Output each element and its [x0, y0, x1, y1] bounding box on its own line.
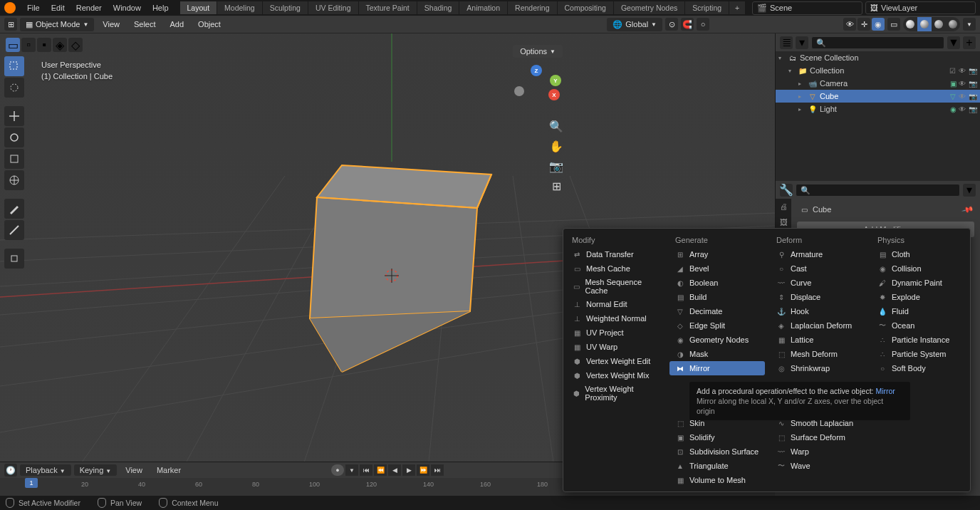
shading-wireframe[interactable]	[903, 17, 917, 31]
mod-vertex-weight-edit[interactable]: ⬢Vertex Weight Edit	[566, 354, 664, 368]
mod-fluid[interactable]: 💧Fluid	[872, 304, 967, 318]
visibility-icon[interactable]: 👁	[843, 18, 856, 31]
outliner-display-icon[interactable]: ▾	[796, 36, 808, 49]
mod-triangulate[interactable]: ▲Triangulate	[669, 459, 765, 473]
mod-normal-edit[interactable]: ⊥Normal Edit	[566, 297, 664, 311]
mod-shrinkwrap[interactable]: ◎Shrinkwrap	[771, 361, 866, 375]
workspace-tab-layout[interactable]: Layout	[180, 1, 218, 14]
pin-icon[interactable]: 📌	[961, 203, 975, 216]
mod-warp[interactable]: 〰Warp	[771, 444, 866, 459]
shading-material[interactable]	[932, 17, 946, 31]
disclosure-icon[interactable]: ▸	[798, 80, 807, 87]
current-frame-marker[interactable]: 1	[25, 478, 38, 488]
tool-transform[interactable]	[4, 170, 24, 190]
render-icon[interactable]: 📷	[969, 80, 977, 88]
mod-weighted-normal[interactable]: ⊥Weighted Normal	[566, 311, 664, 326]
eye-icon[interactable]: 👁	[959, 105, 966, 113]
tool-measure[interactable]	[4, 220, 24, 240]
mod-armature[interactable]: ⚲Armature	[771, 247, 866, 261]
mod-laplacian-deform[interactable]: ◈Laplacian Deform	[771, 318, 866, 333]
mod-lattice[interactable]: ▦Lattice	[771, 333, 866, 347]
mod-edge-split[interactable]: ◇Edge Split	[669, 318, 765, 333]
outliner-row-camera[interactable]: ▸ 📹 Camera ▣ 👁📷	[776, 77, 980, 90]
mod-vertex-weight-mix[interactable]: ⬢Vertex Weight Mix	[566, 368, 664, 382]
select-extend-icon[interactable]: ▫	[21, 38, 36, 52]
mod-uv-project[interactable]: ▦UV Project	[566, 326, 664, 340]
mod-mesh-seq-cache[interactable]: ▭Mesh Sequence Cache	[566, 276, 664, 297]
workspace-tab-sculpting[interactable]: Sculpting	[263, 1, 308, 14]
disclosure-icon[interactable]: ▾	[778, 55, 787, 61]
select-box-icon[interactable]: ▭	[6, 38, 20, 52]
mod-soft-body[interactable]: ○Soft Body	[872, 361, 967, 375]
outliner-new-collection-icon[interactable]: +	[963, 36, 976, 49]
pivot-icon[interactable]: ⊙	[665, 18, 678, 31]
xray-icon[interactable]: ▭	[887, 18, 900, 31]
timeline-editor-icon[interactable]: 🕐	[4, 464, 17, 477]
tool-move[interactable]	[4, 106, 24, 126]
tool-annotate[interactable]	[4, 199, 24, 219]
gizmo-x-axis[interactable]: X	[548, 89, 560, 100]
gizmo-icon[interactable]: ✛	[858, 18, 870, 31]
mod-explode[interactable]: ✸Explode	[872, 290, 967, 304]
select-invert-icon[interactable]: ◇	[68, 38, 83, 52]
mod-ocean[interactable]: 〜Ocean	[872, 318, 967, 333]
tool-scale[interactable]	[4, 149, 24, 169]
mod-particle-system[interactable]: ∴Particle System	[872, 347, 967, 361]
tool-cursor[interactable]	[4, 78, 24, 98]
viewport-menu-view[interactable]: View	[97, 20, 125, 28]
mod-dynamic-paint[interactable]: 🖌Dynamic Paint	[872, 276, 967, 290]
workspace-tab-uvediting[interactable]: UV Editing	[308, 1, 359, 14]
properties-editor-icon[interactable]: 🔧	[780, 184, 793, 197]
disclosure-icon[interactable]: ▸	[798, 106, 807, 113]
mod-data-transfer[interactable]: ⇄Data Transfer	[566, 247, 664, 261]
play-reverse-icon[interactable]: ◀	[388, 464, 401, 476]
nav-ortho-icon[interactable]: ⊞	[548, 177, 565, 194]
mod-bevel[interactable]: ◢Bevel	[669, 261, 765, 276]
menu-edit[interactable]: Edit	[46, 4, 71, 12]
mod-mask[interactable]: ◑Mask	[669, 347, 765, 361]
tool-select-box[interactable]	[4, 56, 24, 76]
tool-rotate[interactable]	[4, 128, 24, 147]
eye-icon[interactable]: 👁	[959, 80, 966, 88]
workspace-tab-compositing[interactable]: Compositing	[558, 1, 614, 14]
mod-hook[interactable]: ⚓Hook	[771, 304, 866, 318]
gizmo-y-axis[interactable]: Y	[550, 75, 561, 86]
play-icon[interactable]: ▶	[402, 464, 415, 476]
gizmo-z-axis[interactable]: Z	[531, 65, 542, 76]
outliner-search-input[interactable]	[811, 36, 944, 49]
jump-start-icon[interactable]: ⏮	[360, 464, 372, 476]
scene-field[interactable]: 🎬 Scene	[752, 1, 862, 15]
workspace-tab-scripting[interactable]: Scripting	[685, 1, 729, 14]
mode-dropdown[interactable]: ▦ Object Mode ▼	[20, 18, 94, 31]
properties-options-icon[interactable]: ▾	[963, 184, 976, 197]
jump-end-icon[interactable]: ⏭	[431, 464, 444, 476]
render-icon[interactable]: 📷	[969, 93, 977, 100]
overlay-icon[interactable]: ◉	[872, 18, 885, 31]
cube-object[interactable]	[142, 90, 499, 411]
viewport-menu-object[interactable]: Object	[192, 20, 226, 28]
shading-rendered[interactable]	[946, 17, 960, 31]
viewport-menu-add[interactable]: Add	[165, 20, 190, 28]
snap-icon[interactable]: 🧲	[681, 18, 694, 31]
timeline-marker-menu[interactable]: Marker	[151, 466, 187, 474]
mod-displace[interactable]: ⇕Displace	[771, 290, 866, 304]
proportional-icon[interactable]: ○	[697, 18, 709, 31]
prop-tab-render[interactable]: 🖨	[776, 199, 791, 214]
mod-solidify[interactable]: ▣Solidify	[669, 430, 765, 444]
viewlayer-field[interactable]: 🖼 ViewLayer	[865, 1, 976, 14]
mod-build[interactable]: ▤Build	[669, 290, 765, 304]
jump-prev-key-icon[interactable]: ⏪	[374, 464, 387, 476]
outliner-row-scene[interactable]: ▾ 🗂 Scene Collection	[776, 51, 980, 64]
mod-collision[interactable]: ◉Collision	[872, 261, 967, 276]
disclosure-icon[interactable]: ▸	[798, 93, 807, 100]
render-icon[interactable]: 📷	[969, 67, 977, 75]
outliner-row-cube[interactable]: ▸ ▽ Cube ▽ 👁📷	[776, 90, 980, 103]
eye-icon[interactable]: 👁	[959, 67, 966, 75]
mod-array[interactable]: ⊞Array	[669, 247, 765, 261]
mod-particle-instance[interactable]: ∴Particle Instance	[872, 333, 967, 347]
shading-solid[interactable]	[917, 17, 932, 31]
workspace-tab-rendering[interactable]: Rendering	[508, 1, 557, 14]
mod-wave[interactable]: 〜Wave	[771, 459, 866, 473]
mod-subdivision[interactable]: ⊡Subdivision Surface	[669, 444, 765, 459]
timeline-keying-button[interactable]: Keying ▼	[74, 464, 118, 476]
